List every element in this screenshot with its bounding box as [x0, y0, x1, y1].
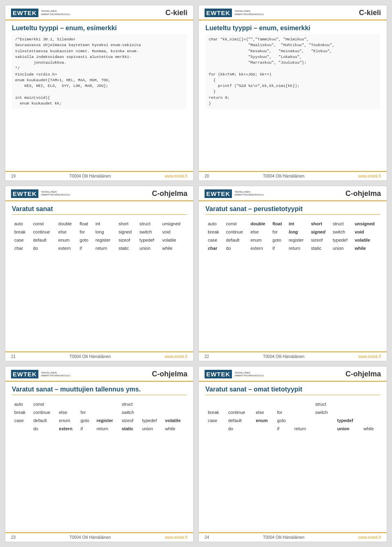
slide-20-logo: EWTEK TEKNILLINEN AMMATTIKORKEAKOULU: [205, 9, 267, 17]
slide-24-header: EWTEK TEKNILLINEN AMMATTIKORKEAKOULU C-o…: [199, 367, 387, 382]
slide-23-header: EWTEK TEKNILLINEN AMMATTIKORKEAKOULU C-o…: [5, 367, 193, 382]
kw22-long: long: [286, 228, 309, 236]
slide-21-footer: 21 T0004 Olli Hämäläinen www.evtek.fi: [5, 351, 193, 361]
slide-19-body: Lueteltu tyyppi – enum, esimerkki /*Esim…: [5, 20, 193, 171]
logo-box-23: EWTEK: [11, 370, 38, 378]
kw24-while: while: [361, 425, 380, 433]
table-row: case default enum goto register sizeof t…: [12, 236, 187, 244]
slide-22-pagenum: 22: [205, 354, 209, 359]
slide-24-author: T0004 Olli Hämäläinen: [263, 535, 305, 540]
kw-char: char: [12, 244, 31, 252]
kw-sizeof: sizeof: [116, 236, 137, 244]
kw-union: union: [137, 244, 160, 252]
logo-subtitle-21: TEKNILLINEN AMMATTIKORKEAKOULU: [41, 191, 74, 196]
kw22-float: float: [270, 220, 286, 228]
kw24-goto: goto: [275, 416, 292, 425]
kw23-break: break: [12, 408, 31, 416]
kw-void: void: [160, 228, 187, 236]
logo-box-24: EWTEK: [205, 370, 232, 378]
kw22-typedef: typedef: [330, 236, 352, 244]
kw-volatile: volatile: [160, 236, 187, 244]
kw22-default: default: [223, 236, 248, 244]
slide-20-header: EWTEK TEKNILLINEN AMMATTIKORKEAKOULU C-k…: [199, 5, 387, 20]
logo-subtitle-19: TEKNILLINEN AMMATTIKORKEAKOULU: [41, 10, 74, 16]
kw-enum: enum: [56, 236, 77, 244]
kw23-auto: auto: [12, 400, 31, 408]
kw22-register: register: [286, 236, 309, 244]
slide-21: EWTEK TEKNILLINEN AMMATTIKORKEAKOULU C-o…: [5, 186, 194, 362]
kw-const: const: [31, 220, 56, 228]
kw-signed: signed: [116, 228, 137, 236]
table-row: break continue else for long signed swit…: [12, 228, 187, 236]
table-row: char do extern if return static union wh…: [205, 244, 380, 252]
slide-23-footer: 23 T0004 Olli Hämäläinen www.evtek.fi: [5, 532, 193, 542]
slide-22-logo: EWTEK TEKNILLINEN AMMATTIKORKEAKOULU: [205, 189, 267, 198]
kw22-goto: goto: [270, 236, 286, 244]
kw-for: for: [77, 228, 93, 236]
kw24-if: if: [275, 425, 292, 433]
slide-20-pagenum: 20: [205, 174, 209, 178]
slide-22-body: Varatut sanat – perustietotyypit auto co…: [199, 201, 387, 352]
kw22-extern: extern: [248, 244, 270, 252]
kw24-struct: struct: [313, 400, 335, 408]
slide-20: EWTEK TEKNILLINEN AMMATTIKORKEAKOULU C-k…: [198, 5, 387, 181]
kw24-break: break: [205, 408, 226, 416]
logo-subtitle-23: TEKNILLINEN AMMATTIKORKEAKOULU: [41, 371, 74, 377]
kw22-const: const: [223, 220, 248, 228]
kw23-switch: switch: [119, 408, 140, 416]
kw-if: if: [77, 244, 93, 252]
kw-do: do: [31, 244, 56, 252]
kw-goto: goto: [77, 236, 93, 244]
kw23-do: do: [31, 425, 56, 433]
kw23-default: default: [31, 416, 56, 425]
kw24-case: case: [205, 416, 226, 425]
kw22-unsigned: unsigned: [352, 220, 380, 228]
kw24-do: do: [226, 425, 254, 433]
slide-19-header: EWTEK TEKNILLINEN AMMATTIKORKEAKOULU C-k…: [5, 5, 193, 20]
slide-24-keyword-table: struct break continue else for switch ca…: [205, 400, 380, 433]
kw23-while: while: [163, 425, 187, 433]
slide-22-url: www.evtek.fi: [358, 354, 381, 359]
slide-21-keyword-table: auto const double float int short struct…: [12, 220, 187, 252]
kw22-struct: struct: [330, 220, 352, 228]
slide-21-title: C-ohjelma: [152, 189, 187, 198]
kw23-enum: enum: [56, 416, 78, 425]
table-row: struct: [205, 400, 380, 408]
slide-21-body: Varatut sanat auto const double float in…: [5, 201, 193, 352]
table-row: break continue else for long signed swit…: [205, 228, 380, 236]
slide-23-body: Varatut sanat – muuttujien tallennus yms…: [5, 382, 193, 532]
slide-20-code: char *kk_nimi[]={"","Tammikuu", "Helmiku…: [205, 34, 380, 109]
kw22-sizeof: sizeof: [308, 236, 330, 244]
kw-short: short: [116, 220, 137, 228]
slide-24-body: Varatut sanat – omat tietotyypit struct …: [199, 382, 387, 532]
kw-int: int: [93, 220, 116, 228]
kw22-static: static: [308, 244, 330, 252]
slide-21-header: EWTEK TEKNILLINEN AMMATTIKORKEAKOULU C-o…: [5, 186, 193, 201]
logo-box-21: EWTEK: [11, 189, 38, 198]
kw23-register: register: [94, 416, 119, 425]
kw22-void: void: [352, 228, 380, 236]
slide-22: EWTEK TEKNILLINEN AMMATTIKORKEAKOULU C-o…: [198, 186, 387, 362]
logo-box-19: EWTEK: [11, 9, 38, 17]
kw22-return: return: [286, 244, 309, 252]
kw22-switch: switch: [330, 228, 352, 236]
slide-20-footer: 20 T0004 Olli Hämäläinen www.evtek.fi: [199, 171, 387, 180]
kw23-typedef: typedef: [140, 416, 163, 425]
kw24-default: default: [226, 416, 254, 425]
kw23-if: if: [78, 425, 94, 433]
table-row: do if return union while: [205, 425, 380, 433]
slide-21-author: T0004 Olli Hämäläinen: [69, 354, 111, 359]
table-row: break continue else for switch: [12, 408, 187, 416]
slide-20-heading: Lueteltu tyyppi – enum, esimerkki: [205, 24, 380, 32]
slide-19-code: /*Esimerkki 30.1, Silander Seuraavassa o…: [12, 34, 187, 109]
kw-register: register: [93, 236, 116, 244]
kw23-struct: struct: [119, 400, 140, 408]
kw24-else: else: [253, 408, 274, 416]
table-row: char do extern if return static union wh…: [12, 244, 187, 252]
kw-while: while: [160, 244, 187, 252]
slide-20-url: www.evtek.fi: [358, 174, 381, 178]
slide-19-heading: Lueteltu tyyppi – enum, esimerkki: [12, 24, 187, 32]
kw-long: long: [93, 228, 116, 236]
kw-return: return: [93, 244, 116, 252]
slide-23-title: C-ohjelma: [152, 370, 187, 378]
